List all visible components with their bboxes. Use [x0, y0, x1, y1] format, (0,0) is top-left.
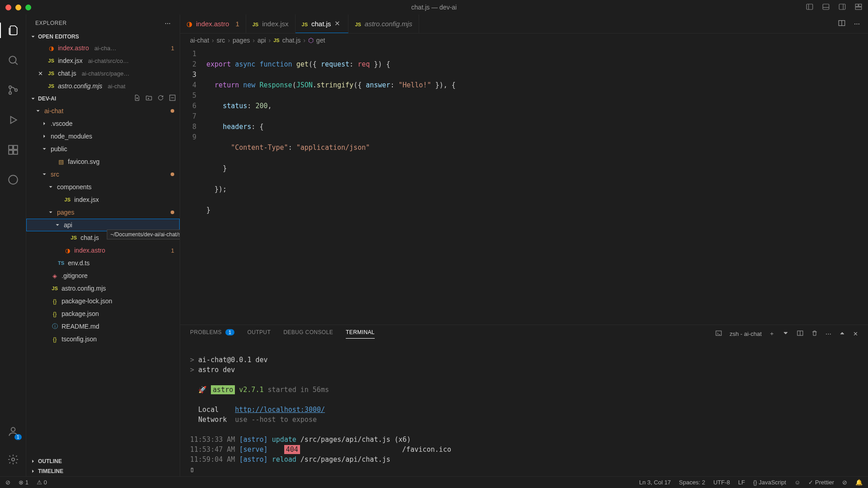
- chevron-right-icon[interactable]: [41, 120, 48, 127]
- activity-settings[interactable]: [0, 450, 26, 469]
- file-item[interactable]: ▧favicon.svg: [26, 155, 180, 168]
- activity-extensions[interactable]: [0, 140, 26, 159]
- code-content[interactable]: export async function get({ request: req…: [206, 49, 868, 325]
- activity-debug[interactable]: [0, 110, 26, 129]
- editor-more-icon[interactable]: ⋯: [854, 20, 860, 27]
- chevron-down-icon[interactable]: [41, 146, 48, 152]
- status-encoding[interactable]: UTF-8: [713, 479, 730, 486]
- file-item[interactable]: TSenv.d.ts: [26, 257, 180, 269]
- chevron-down-icon[interactable]: [41, 171, 48, 177]
- status-notify-icon[interactable]: ⊘: [842, 479, 847, 486]
- open-editor-item[interactable]: ✕JSchat.jsai-chat/src/page…: [26, 67, 180, 80]
- maximize-panel-icon[interactable]: [839, 330, 846, 338]
- breadcrumb-item[interactable]: src: [217, 37, 225, 44]
- folder-item[interactable]: src: [26, 168, 180, 181]
- file-item[interactable]: {}package.json: [26, 307, 180, 320]
- tab-output[interactable]: OUTPUT: [247, 329, 271, 338]
- editor-tab[interactable]: JSindex.jsx: [246, 14, 296, 33]
- new-file-icon[interactable]: [134, 94, 141, 103]
- close-icon[interactable]: ✕: [334, 19, 342, 28]
- activity-search[interactable]: [0, 51, 26, 70]
- section-workspace[interactable]: DEV-AI: [26, 92, 180, 105]
- panel-more-icon[interactable]: ⋯: [825, 330, 831, 337]
- breadcrumb-item[interactable]: api: [258, 37, 266, 44]
- section-open-editors[interactable]: OPEN EDITORS: [26, 32, 180, 42]
- chevron-down-icon[interactable]: [47, 209, 54, 215]
- close-panel-icon[interactable]: ✕: [853, 330, 858, 337]
- file-icon: JS: [51, 286, 59, 291]
- file-item[interactable]: ◈.gitignore: [26, 269, 180, 282]
- open-editor-item[interactable]: JSastro.config.mjsai-chat: [26, 80, 180, 92]
- window-close-button[interactable]: [5, 5, 11, 10]
- status-spaces[interactable]: Spaces: 2: [679, 479, 705, 486]
- status-eol[interactable]: LF: [738, 479, 745, 486]
- file-item[interactable]: JSindex.jsx: [26, 193, 180, 206]
- toggle-primary-panel-icon[interactable]: [806, 3, 814, 12]
- open-editor-item[interactable]: ◑index.astroai-cha…1: [26, 42, 180, 54]
- file-item[interactable]: {}package-lock.json: [26, 295, 180, 307]
- toggle-secondary-panel-icon[interactable]: [838, 3, 846, 12]
- chevron-down-icon[interactable]: [34, 108, 42, 114]
- breadcrumb-item[interactable]: ai-chat: [190, 37, 209, 44]
- window-minimize-button[interactable]: [15, 5, 21, 10]
- status-line-col[interactable]: Ln 3, Col 17: [639, 479, 671, 486]
- file-item[interactable]: ⓘREADME.md: [26, 320, 180, 333]
- file-item[interactable]: JSastro.config.mjs: [26, 282, 180, 295]
- editor-tab[interactable]: JSchat.js✕: [296, 14, 349, 33]
- terminal-session-label[interactable]: zsh - ai-chat: [730, 330, 762, 337]
- folder-item[interactable]: .vscode: [26, 117, 180, 130]
- file-item[interactable]: {}tsconfig.json: [26, 333, 180, 345]
- layout-control-icon[interactable]: [854, 3, 863, 12]
- folder-item[interactable]: pages: [26, 206, 180, 219]
- toggle-bottom-panel-icon[interactable]: [822, 3, 830, 12]
- status-prettier[interactable]: ✓ Prettier: [808, 479, 834, 486]
- breadcrumb-item[interactable]: chat.js: [282, 37, 300, 44]
- file-item[interactable]: ◑index.astro1: [26, 244, 180, 257]
- chevron-down-icon[interactable]: [47, 184, 54, 190]
- status-warnings[interactable]: ⚠ 0: [37, 479, 47, 486]
- collapse-icon[interactable]: [169, 94, 176, 103]
- activity-astro[interactable]: [0, 170, 26, 189]
- tab-terminal[interactable]: TERMINAL: [346, 329, 375, 339]
- folder-item[interactable]: ai-chat: [26, 105, 180, 117]
- new-terminal-icon[interactable]: ＋: [769, 330, 775, 338]
- section-outline[interactable]: OUTLINE: [26, 456, 180, 466]
- file-name: index.astro: [58, 44, 89, 52]
- breadcrumb-item[interactable]: get: [316, 37, 325, 44]
- chevron-right-icon[interactable]: [41, 133, 48, 139]
- new-folder-icon[interactable]: [145, 94, 153, 103]
- editor-tab[interactable]: JSastro.config.mjs: [348, 14, 419, 33]
- terminal-content[interactable]: > ai-chat@0.0.1 dev > astro dev 🚀 astro …: [180, 342, 868, 476]
- tab-problems[interactable]: PROBLEMS 1: [190, 329, 234, 338]
- editor-tab[interactable]: ◑index.astro1: [180, 14, 246, 33]
- chevron-down-icon[interactable]: [54, 222, 61, 228]
- status-feedback-icon[interactable]: ☺: [794, 479, 800, 486]
- open-editor-item[interactable]: JSindex.jsxai-chat/src/co…: [26, 54, 180, 67]
- status-errors[interactable]: ⊗ 1: [19, 479, 29, 486]
- breadcrumb[interactable]: ai-chat› src› pages› api› JS chat.js› ⬡ …: [180, 33, 868, 47]
- split-editor-icon[interactable]: [838, 19, 846, 29]
- tab-debug-console[interactable]: DEBUG CONSOLE: [283, 329, 333, 338]
- folder-item[interactable]: node_modules: [26, 130, 180, 143]
- activity-scm[interactable]: [0, 81, 26, 100]
- close-icon[interactable]: ✕: [36, 70, 44, 77]
- file-icon: JS: [355, 20, 361, 28]
- activity-explorer[interactable]: [0, 21, 26, 40]
- terminal-dropdown-icon[interactable]: [782, 330, 789, 338]
- folder-item[interactable]: public: [26, 143, 180, 155]
- folder-item[interactable]: components: [26, 181, 180, 193]
- sidebar-more-icon[interactable]: ⋯: [165, 20, 171, 27]
- breadcrumb-item[interactable]: pages: [233, 37, 250, 44]
- file-icon: JS: [47, 58, 55, 63]
- status-language[interactable]: {} JavaScript: [753, 479, 786, 486]
- kill-terminal-icon[interactable]: [811, 330, 818, 338]
- activity-accounts[interactable]: 1: [0, 422, 26, 441]
- split-terminal-icon[interactable]: [796, 330, 804, 338]
- code-editor[interactable]: 123456789 export async function get({ re…: [180, 47, 868, 325]
- status-remote-icon[interactable]: ⊘: [5, 479, 10, 486]
- status-bell-icon[interactable]: 🔔: [855, 479, 863, 486]
- refresh-icon[interactable]: [157, 94, 164, 103]
- svg-rect-8: [855, 7, 862, 9]
- section-timeline[interactable]: TIMELINE: [26, 466, 180, 476]
- window-maximize-button[interactable]: [25, 5, 31, 10]
